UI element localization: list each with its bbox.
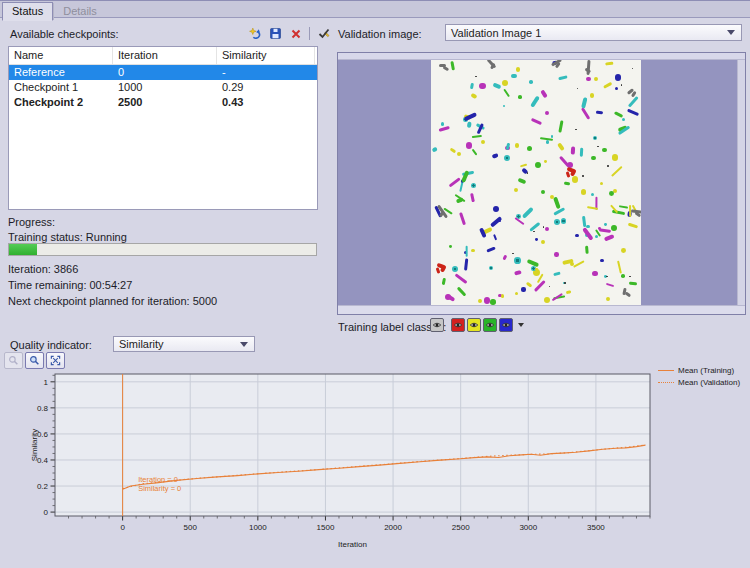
validation-image-panel[interactable]: [337, 52, 746, 315]
progress-label: Progress:: [8, 216, 55, 228]
tab-details[interactable]: Details: [53, 3, 106, 20]
label-blob: [554, 219, 560, 225]
label-blob: [590, 93, 594, 97]
label-blob: [493, 234, 497, 240]
image-horizontal-scrollbar[interactable]: [338, 305, 745, 314]
label-blob: [566, 290, 572, 294]
column-header[interactable]: Name: [9, 47, 113, 64]
training-status-text: Training status: Running: [8, 231, 127, 243]
label-blob: [619, 205, 628, 209]
label-class-toggle-1[interactable]: [451, 318, 465, 332]
label-blob: [597, 146, 599, 148]
checkpoint-row[interactable]: Checkpoint 110000.29: [9, 80, 317, 95]
apply-checkpoint-icon[interactable]: [315, 26, 332, 41]
label-blob: [514, 188, 518, 192]
label-blob: [527, 259, 539, 267]
label-blob: [442, 277, 447, 285]
toolbar-separator: [309, 27, 310, 40]
label-blob: [603, 234, 614, 241]
validation-image-select[interactable]: Validation Image 1: [445, 24, 742, 41]
label-blob: [615, 87, 618, 90]
label-blob: [438, 126, 449, 132]
similarity-chart[interactable]: 050010001500200025003000350000.20.40.60.…: [30, 368, 670, 553]
svg-text:Similarity: Similarity: [30, 429, 39, 461]
checkpoints-table[interactable]: NameIterationSimilarity Reference0-Check…: [8, 46, 318, 210]
label-blob: [621, 248, 626, 253]
label-blob: [582, 227, 593, 240]
label-blob: [621, 84, 623, 86]
label-blob: [518, 95, 522, 99]
label-blob: [557, 143, 565, 152]
label-blob: [514, 257, 521, 264]
label-blob: [502, 254, 507, 260]
label-blob: [516, 67, 520, 71]
checkpoint-cell: Reference: [9, 65, 113, 80]
label-class-toggle-2[interactable]: [467, 318, 481, 332]
checkpoint-row[interactable]: Checkpoint 225000.43: [9, 95, 317, 110]
label-blob: [450, 61, 455, 70]
label-blob: [543, 226, 545, 228]
label-blob: [551, 135, 554, 138]
chart-toolbar: [4, 352, 65, 369]
delete-checkpoint-icon[interactable]: [287, 26, 304, 41]
column-header[interactable]: Iteration: [113, 47, 217, 64]
label-blob: [575, 129, 577, 131]
label-class-toggle-0[interactable]: [430, 318, 444, 332]
label-blob: [592, 271, 597, 276]
label-blob: [558, 75, 568, 81]
label-blob: [586, 225, 590, 229]
label-blob: [449, 177, 461, 187]
label-blob: [501, 294, 504, 297]
image-panel-top-scrollbar[interactable]: [338, 53, 745, 60]
label-blob: [561, 218, 566, 223]
checkpoint-cell: -: [217, 65, 315, 80]
label-blob: [541, 90, 549, 99]
label-blob: [464, 258, 468, 270]
training-progress-bar: [8, 243, 317, 256]
label-blob: [511, 74, 517, 78]
label-blob: [564, 282, 566, 284]
label-blob: [611, 166, 623, 177]
legend-item-validation: Mean (Validation): [658, 378, 740, 387]
legend-item-training: Mean (Training): [658, 366, 740, 375]
label-class-dropdown-arrow[interactable]: [518, 323, 524, 327]
label-blob: [600, 259, 604, 263]
zoom-in-button[interactable]: [25, 352, 44, 369]
fit-view-button[interactable]: [46, 352, 65, 369]
label-class-toggles: [430, 318, 524, 332]
label-blob: [531, 117, 542, 124]
new-checkpoint-icon[interactable]: [247, 26, 264, 41]
label-blob: [553, 271, 561, 276]
label-blob: [607, 165, 609, 167]
segmentation-preview-image[interactable]: [431, 60, 641, 306]
quality-indicator-select[interactable]: Similarity: [113, 336, 255, 352]
label-class-toggle-4[interactable]: [499, 318, 513, 332]
label-blob: [606, 297, 610, 301]
label-blob: [544, 297, 550, 303]
checkpoint-row[interactable]: Reference0-: [9, 65, 317, 80]
label-blob: [452, 266, 458, 272]
label-blob: [443, 66, 449, 71]
label-blob: [530, 96, 540, 108]
time-remaining-text: Time remaining: 00:54:27: [8, 279, 132, 291]
label-blob: [628, 96, 639, 107]
label-blob: [503, 89, 510, 98]
label-class-toggle-3[interactable]: [483, 318, 497, 332]
available-checkpoints-label: Available checkpoints:: [10, 28, 119, 40]
label-blob: [449, 245, 452, 248]
tab-status[interactable]: Status: [2, 2, 53, 21]
save-checkpoint-icon[interactable]: [267, 26, 284, 41]
label-blob: [481, 140, 485, 144]
validation-image-value: Validation Image 1: [446, 27, 727, 39]
label-blob: [470, 193, 475, 202]
label-blob: [456, 287, 466, 297]
label-blob: [541, 190, 545, 194]
column-header[interactable]: Similarity: [217, 47, 315, 64]
label-blob: [514, 270, 522, 275]
label-blob: [606, 283, 614, 288]
label-blob: [466, 142, 473, 149]
checkpoint-toolbar: [247, 26, 332, 41]
legend-label: Mean (Validation): [678, 378, 740, 387]
svg-text:0.2: 0.2: [37, 482, 49, 491]
image-vertical-scrollbar[interactable]: [737, 60, 745, 305]
